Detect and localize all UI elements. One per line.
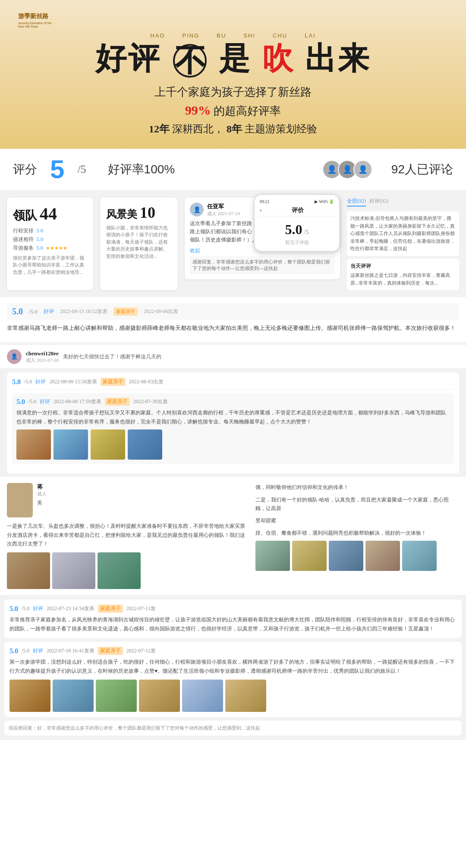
main-review-username: 任亚军 [207,203,240,210]
desc-score: 5.0 [36,236,43,243]
side-review-2-label: 当天评评 [350,262,456,270]
right-photo-3 [329,541,363,571]
review5-card: 5.0 /5.0 好评 2022-07-23 14:34发表 家庭亲子 2022… [4,599,462,638]
top-banner: 游季新丝路 Journey Education of the New Silk … [0,0,466,149]
large-review-right: 偶，同时敬仰他们对信仰和文化的传承！ 二是，我们有一个好的领队-哈哈，认真负责，… [255,483,459,589]
review5-text: 非常推荐亲子家庭参加名，从凤光映养的青海湖到古城煌传目的雄壮壁，让孩子游览祖国大… [9,615,457,633]
svg-text:游季新丝路: 游季新丝路 [18,13,49,19]
review4-tag: 好评 [40,398,50,405]
review3-depart-date: 2022-08-03出发 [129,378,164,385]
review4-total: /5.0 [28,398,36,405]
guide-label: 导游服务 [13,244,34,252]
right-photo-5 [402,541,437,571]
subtitle1-rate: 99% 的超高好评率 [17,103,449,119]
review6-type: 家庭亲子 [98,647,123,655]
review6-text: 第一次参游学团，没想到这么好，特别适合孩子，吃的很好，任何细心，行程和旅游项目小… [9,658,457,675]
reply-toggle[interactable]: 收起 [190,248,200,254]
right-text3: 里却甜蜜 [255,516,459,525]
large-photo-1 [7,552,50,589]
side-review-2-text: 这家新丝路之是七日游，内容安排丰富，青藏高原...非常丰富的，真的体验到历史，每… [350,273,450,285]
rating-item-guide: 导游服务 5.0 ★★★★★ [13,244,87,252]
right-text-extra: 排、住宿、餐食都不错，遇到问题阿亮也积极帮助解决，很好的一次体验！ [255,529,459,537]
large-review-section: 蒋 成人 美 一是换了几次车、头盔也多次调整，很担心！及时时提醒大家准备时不要拉… [0,477,466,595]
tab-all[interactable]: 全部(92) [347,197,366,207]
review5-section: 5.0 /5.0 好评 2022-07-23 14:34发表 家庭亲子 2022… [0,595,466,740]
review6-card: 5.0 /5.0 好评 2022-07-18 16:41发表 家庭亲子 2022… [4,642,462,717]
review5-type: 家庭亲子 [98,605,123,613]
rating-item-desc: 描述相符 5.0 [13,236,87,243]
tab-good[interactable]: 好评(92) [369,197,388,207]
scenery-card: 风景美 10 领队小圆，非常有情怀能力也很强的小孩子！孩子们此行收获满满，每天孩… [100,197,178,290]
feedback-note: 供应商回复：好，非常感谢您这么多字的用心评价，整个团队都是我们留下了您对每个动作… [4,721,462,736]
review1-type: 家庭亲子 [113,307,138,316]
review2-text: 美好的七天很快过去了！感谢于树这几天的 [63,353,459,360]
svg-text:Journey Education of the: Journey Education of the [18,22,52,25]
rate-text: 的超高好评率 [214,105,281,117]
leader-title: 领队 [13,207,37,224]
large-photo-3 [98,552,141,589]
guide-score: 5.0 [36,244,43,251]
score-bar: 评分 5 /5 好评率100% 👤 👤 👤 92人已评论 [0,149,466,191]
scenery-title: 风景美 [106,207,137,221]
logo-area: 游季新丝路 Journey Education of the New Silk … [17,9,449,28]
pinyin-bu: BU [217,32,226,39]
right-photo-2 [292,541,327,571]
review3-meta: 5.0 /5.0 好评 2022-08-09 15:58发表 家庭亲子 2022… [12,378,454,390]
review-card-2: 👤 chenwei128ee 成人 2021-07-10 美好的七天很快过去了！… [0,345,466,369]
review3-type: 家庭亲子 [101,378,126,386]
review5-score: 5.0 [9,605,18,613]
title-chui: 吹 [262,41,295,75]
r6-photo-1 [9,680,50,712]
main-review-avatar: 👤 [190,203,204,216]
pinyin-ping: PING [182,32,199,39]
review2-info: chenwei128ee 成人 2021-07-10 [26,350,59,363]
side-review-1: 污技术标准,但导包将人与拥有到最美的坚守，携能一路风景，让大家的美丽身影留下永久… [347,211,459,256]
svg-text:New Silk Road: New Silk Road [18,25,38,28]
main-review-user: 任亚军 成人 2021-07-19 [207,203,240,217]
score-label: 评分 [13,161,37,178]
side-reviews: 全部(92) 好评(92) 污技术标准,但导包将人与拥有到最美的坚守，携能一路风… [347,197,459,290]
phone-score-total: /5 [304,229,309,235]
pinyin-lai: LAI [305,32,316,39]
review1-text: 非常感谢马路飞老师一路上耐心讲解和帮助，感谢摄影师薛峰老师每天都在敬业地为大家拍… [7,323,459,333]
right-photo-1 [255,541,290,571]
years1: 12年 [149,123,170,135]
phone-score-area: 5.0 /5 暂无子评级 [258,216,336,248]
main-title: 好评 不 是 吹 出来 [17,41,449,78]
subtitle2-end: 主题游策划经验 [245,123,317,135]
pinyin-shi: SHI [243,32,255,39]
photo-4 [128,429,162,460]
review3-tag: 好评 [35,378,46,385]
large-photo-2 [52,552,95,589]
main-review-area: 👤 任亚军 成人 2021-07-19 这次带着儿子参加了新丝路，圣然紧张但是孩… [181,194,343,294]
rating-item-schedule: 行程安排 5.0 [13,227,87,235]
stars: ★★★★★ [46,245,67,251]
right-text1: 偶，同时敬仰他们对信仰和文化的传承！ [255,483,459,492]
score-total: /5 [77,163,86,176]
review4-inner: 5.0 /5.0 好评 2022-08-08 17:59发表 家庭亲子 2022… [12,393,454,464]
avatar-group: 👤 👤 👤 [327,160,372,179]
review6-depart-date: 2022-07-12发 [126,647,156,655]
scenery-count: 10 [140,204,155,222]
r6-photo-5 [182,680,223,712]
leader-card: 领队 44 行程安排 5.0 描述相符 5.0 导游服务 5.0 ★★★★★ 很… [7,197,93,290]
subtitle2-mid: 深耕西北， [172,123,224,135]
avatar-3: 👤 [353,160,372,179]
phone-no-rating: 暂无子评级 [260,239,334,246]
circle-bu: 不 [173,44,207,78]
phone-title: 评价 [262,207,334,214]
review5-depart-date: 2022-07-13发 [126,605,156,612]
subtitle2: 12年 深耕西北， 8年 主题游策划经验 [17,122,449,136]
review1-tag: 好评 [44,308,54,315]
schedule-label: 行程安排 [13,227,34,235]
large-review-text1: 一是换了几次车、头盔也多次调整，很担心！及时时提醒大家准备时不要拉东西，不辞辛苦… [7,522,249,548]
review2-avatar: 👤 [7,349,22,364]
years2: 8年 [227,123,242,135]
review2-date: 成人 2021-07-10 [26,357,59,363]
pinyin-chu: CHU [273,32,287,39]
reply-text: 感谢回复，非常感谢您这么多字的用心评价，整个团队都是我们留下了您的每个动作---… [190,256,335,274]
r6-photo-2 [53,680,94,712]
review-section: 评分 5 /5 好评率100% 👤 👤 👤 92人已评论 领队 44 行程安排 … [0,149,466,740]
review-tabs: 全部(92) 好评(92) [347,197,459,209]
feedback-text: 供应商回复：好，非常感谢您这么多字的用心评价，整个团队都是我们留下了您对每个动作… [9,725,260,730]
